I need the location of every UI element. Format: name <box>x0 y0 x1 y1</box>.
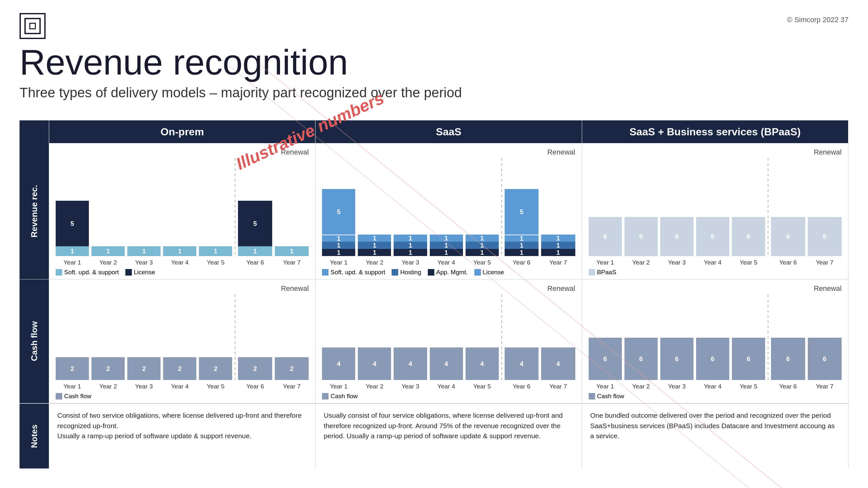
xlabel-onprem-y4: Year 4 <box>163 259 196 266</box>
header-corner <box>20 120 49 143</box>
xlabel-saas-y3: Year 3 <box>394 259 427 266</box>
legend-soft-label: Soft. upd. & support <box>64 269 119 276</box>
bar-bpaas-cf-y7: 6 <box>808 338 842 380</box>
bar-bpaas-rev-y6: 6 <box>771 217 805 256</box>
cashflow-label: Cash flow <box>20 280 49 403</box>
xlabel-bpaas-cf-y5: Year 5 <box>732 383 765 390</box>
bar-onprem-rev-y1: 5 1 <box>56 201 89 256</box>
bar-saas-rev-y3: 1 1 1 <box>394 234 427 256</box>
bar-bpaas-rev-y7: 6 <box>808 217 842 256</box>
legend-bpaas-cf-label: Cash flow <box>597 393 624 400</box>
revenue-row: Revenue rec. Renewal 5 1 <box>20 143 848 280</box>
legend-bpaas-icon <box>589 269 595 275</box>
bar-onprem-cf-y1: 2 <box>56 357 89 380</box>
bpaas-cashflow: Renewal 6 6 6 <box>582 280 848 403</box>
bar-bpaas-rev-y4: 6 <box>696 217 729 256</box>
bar-onprem-cf-y7: 2 <box>275 357 309 380</box>
sub-title: Three types of delivery models – majorit… <box>20 85 462 100</box>
bar-saas-cf-y6: 4 <box>505 348 538 380</box>
saas-cf-renewal: Renewal <box>322 284 575 293</box>
legend-saas-cf-icon <box>322 393 329 399</box>
xlabel-bpaas-y7: Year 7 <box>808 259 842 266</box>
bar-saas-rev-y1: 5 1 1 1 <box>322 189 355 256</box>
legend-saas-hosting: Hosting <box>392 269 421 276</box>
bar-bpaas-rev-y1: 6 <box>589 217 622 256</box>
bar-saas-cf-y2: 4 <box>358 348 391 380</box>
header-bpaas: SaaS + Business services (BPaaS) <box>582 120 848 143</box>
xlabel-saas-y1: Year 1 <box>322 259 355 266</box>
legend-saas-cf-label: Cash flow <box>331 393 358 400</box>
xlabel-onprem-y3: Year 3 <box>127 259 160 266</box>
saas-revenue: Renewal 5 1 1 1 <box>315 143 582 279</box>
xlabel-bpaas-cf-y7: Year 7 <box>808 383 842 390</box>
legend-saas-soft-label: Soft. upd. & support <box>331 269 385 276</box>
bar-saas-rev-y5: 1 1 1 <box>466 234 499 256</box>
saas-rev-legend: Soft. upd. & support Hosting App. Mgmt. <box>322 269 575 276</box>
bar-onprem-rev-y5: 1 <box>199 246 232 256</box>
xlabel-bpaas-y3: Year 3 <box>660 259 693 266</box>
bar-saas-cf-y5: 4 <box>466 348 499 380</box>
xlabel-saas-y4: Year 4 <box>430 259 463 266</box>
legend-saas-appmgmt: App. Mgmt. <box>428 269 468 276</box>
renewal-divider-saas-rev <box>501 158 502 256</box>
bar-license-y1: 5 <box>56 201 89 246</box>
content-rows: Revenue rec. Renewal 5 1 <box>20 143 848 468</box>
renewal-divider-onprem-cf <box>235 294 236 380</box>
bpaas-rev-legend: BPaaS <box>589 269 842 276</box>
title-section: Revenue recognition Three types of deliv… <box>20 42 462 100</box>
xlabel-saas-cf-y7: Year 7 <box>541 383 575 390</box>
xlabel-saas-y5: Year 5 <box>466 259 499 266</box>
bar-onprem-cf-y5: 2 <box>199 357 232 380</box>
xlabel-bpaas-y5: Year 5 <box>732 259 765 266</box>
legend-saas-license: License <box>474 269 504 276</box>
xlabel-bpaas-cf-y2: Year 2 <box>624 383 658 390</box>
bar-onprem-rev-y3: 1 <box>127 246 160 256</box>
notes-bpaas: One bundled outcome delivered over the p… <box>582 404 848 468</box>
xlabel-bpaas-cf-y6: Year 6 <box>771 383 805 390</box>
xlabel-saas-cf-y4: Year 4 <box>430 383 463 390</box>
xlabel-onprem-cf-y3: Year 3 <box>127 383 160 390</box>
xlabel-onprem-cf-y1: Year 1 <box>56 383 89 390</box>
page: © Simcorp 2022 37 Revenue recognition Th… <box>0 0 868 488</box>
bpaas-rev-renewal: Renewal <box>589 148 842 157</box>
bar-bpaas-cf-y2: 6 <box>624 338 658 380</box>
revenue-label: Revenue rec. <box>20 143 49 279</box>
saas-cf-legend: Cash flow <box>322 393 575 400</box>
bar-onprem-rev-y2: 1 <box>92 246 125 256</box>
main-title: Revenue recognition <box>20 42 462 82</box>
legend-license-label: License <box>134 269 155 276</box>
bar-saas-cf-y7: 4 <box>541 348 575 380</box>
legend-saas-cf: Cash flow <box>322 393 358 400</box>
onprem-cf-renewal: Renewal <box>56 284 309 293</box>
renewal-divider-bpaas-cf <box>768 294 768 380</box>
bar-saas-rev-y2: 1 1 1 <box>358 234 391 256</box>
legend-saas-soft-icon <box>322 269 329 275</box>
legend-onprem-cf: Cash flow <box>56 393 91 400</box>
xlabel-bpaas-cf-y4: Year 4 <box>696 383 729 390</box>
saas-rev-renewal: Renewal <box>322 148 575 157</box>
legend-bpaas-cf: Cash flow <box>589 393 624 400</box>
bar-soft-y1: 1 <box>56 246 89 256</box>
xlabel-onprem-y6: Year 6 <box>238 259 272 266</box>
bar-bpaas-rev-y5: 6 <box>732 217 765 256</box>
bpaas-cf-renewal: Renewal <box>589 284 842 293</box>
legend-saas-hosting-icon <box>392 269 398 275</box>
renewal-divider-onprem-rev <box>235 158 236 256</box>
legend-license-icon <box>125 269 132 275</box>
legend-bpaas: BPaaS <box>589 269 616 276</box>
legend-soft: Soft. upd. & support <box>56 269 119 276</box>
cashflow-row: Cash flow Renewal 2 2 2 <box>20 280 848 403</box>
bar-bpaas-rev-y3: 6 <box>660 217 693 256</box>
header-row: On-prem SaaS SaaS + Business services (B… <box>20 120 848 143</box>
onprem-rev-legend: Soft. upd. & support License <box>56 269 309 276</box>
onprem-cashflow: Renewal 2 2 2 <box>49 280 315 403</box>
header-onprem: On-prem <box>49 120 315 143</box>
renewal-divider-saas-cf <box>501 294 502 380</box>
xlabel-onprem-y2: Year 2 <box>92 259 125 266</box>
saas-cashflow: Renewal 4 4 4 <box>315 280 582 403</box>
bar-saas-rev-y4: 1 1 1 <box>430 234 463 256</box>
xlabel-onprem-y1: Year 1 <box>56 259 89 266</box>
bar-saas-cf-y3: 4 <box>394 348 427 380</box>
xlabel-saas-cf-y3: Year 3 <box>394 383 427 390</box>
xlabel-onprem-cf-y2: Year 2 <box>92 383 125 390</box>
